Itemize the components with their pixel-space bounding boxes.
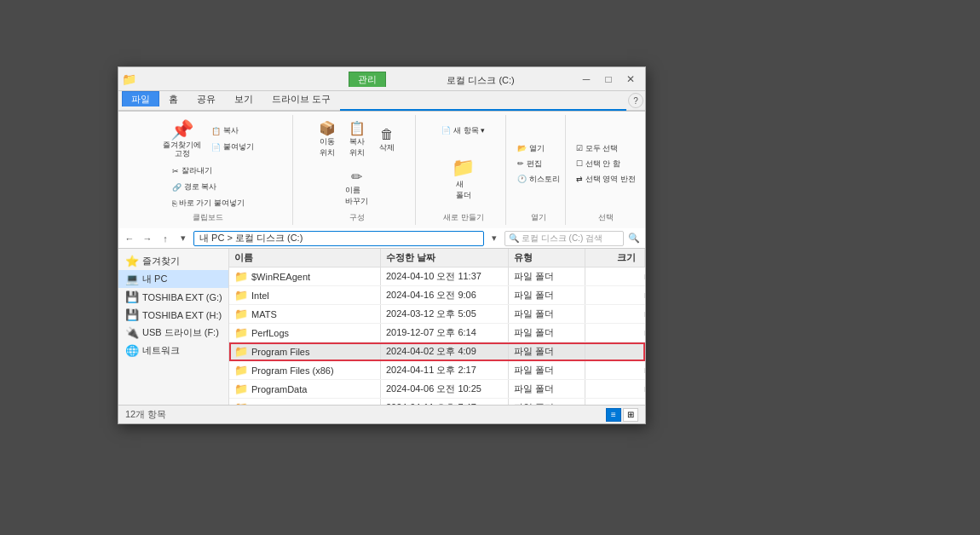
drive-h-icon: 💾	[125, 308, 139, 321]
maximize-button[interactable]: □	[597, 71, 620, 88]
delete-button[interactable]: 🗑 삭제	[373, 124, 401, 156]
table-row[interactable]: 📁Program Files (x86) 2024-04-11 오후 2:17 …	[229, 361, 645, 380]
search-box[interactable]: 🔍 로컬 디스크 (C:) 검색	[504, 231, 624, 246]
open-icon: 📂	[517, 144, 527, 152]
item-count: 12개 항목	[125, 408, 166, 421]
view-toggle: ≡ ⊞	[606, 408, 638, 422]
table-row[interactable]: 📁$WinREAgent 2024-04-10 오전 11:37 파일 폴더	[229, 268, 645, 286]
copy-path-button[interactable]: 🔗 경로 복사	[169, 180, 248, 194]
tiles-view-button[interactable]: ⊞	[623, 408, 638, 422]
cut-button[interactable]: ✂ 잘라내기	[169, 164, 248, 178]
title-bar: 📁 관리 로컬 디스크 (C:) ─ □ ✕	[118, 67, 645, 91]
paste-shortcut-label: 바로 가기 붙여넣기	[179, 198, 245, 209]
select-all-button[interactable]: ☑ 모두 선택	[573, 141, 639, 156]
copy-to-button[interactable]: 📋 복사위치	[343, 118, 371, 161]
delete-icon: 🗑	[380, 126, 394, 142]
minimize-button[interactable]: ─	[575, 71, 597, 88]
sidebar-item-favorites[interactable]: ⭐ 즐겨찾기	[118, 252, 228, 270]
new-group: 📄 새 항목 ▾ 📁 새폴더 새로 만들기	[421, 115, 506, 225]
help-button[interactable]: ?	[628, 93, 643, 108]
paste-shortcut-button[interactable]: ⎘ 바로 가기 붙여넣기	[169, 196, 248, 210]
up-button[interactable]: ↑	[158, 231, 173, 246]
sidebar-item-toshiba-g[interactable]: 💾 TOSHIBA EXT (G:)	[118, 288, 228, 306]
invert-icon: ⇄	[576, 175, 583, 183]
col-type-header[interactable]: 유형	[509, 249, 585, 267]
tab-view[interactable]: 보기	[225, 91, 262, 106]
move-to-label: 이동위치	[320, 136, 335, 158]
paste-button[interactable]: 📄 붙여넣기	[208, 140, 257, 154]
tab-home[interactable]: 홈	[159, 91, 187, 106]
file-type-cell: 파일 폴더	[509, 380, 585, 398]
move-to-button[interactable]: 📦 이동위치	[314, 118, 341, 161]
file-date-cell: 2024-04-16 오전 9:06	[381, 286, 509, 304]
tab-drive-tools[interactable]: 드라이브 도구	[262, 91, 340, 106]
history-label: 히스토리	[529, 174, 560, 185]
select-none-icon: ☐	[576, 159, 583, 168]
organize-group: 📦 이동위치 📋 복사위치 🗑 삭제 ✏ 이름바꾸기 구성	[298, 115, 416, 225]
table-row[interactable]: 📁Temp 2024-04-11 오후 7:47 파일 폴더	[229, 399, 645, 405]
select-none-button[interactable]: ☐ 선택 안 함	[573, 157, 639, 171]
recent-button[interactable]: ▾	[176, 231, 191, 246]
usb-label: USB 드라이브 (F:)	[142, 326, 219, 339]
sidebar-item-toshiba-h[interactable]: 💾 TOSHIBA EXT (H:)	[118, 306, 228, 324]
file-icon: 📁	[234, 326, 248, 339]
sidebar-item-mypc[interactable]: 💻 내 PC	[118, 270, 228, 288]
table-row[interactable]: 📁Program Files 2024-04-02 오후 4:09 파일 폴더	[229, 342, 645, 361]
edit-button[interactable]: ✏ 편집	[514, 157, 563, 171]
ribbon-content: 📌 즐겨찾기에고정 📋 복사 📄 붙여넣기 ✂	[118, 111, 645, 228]
tab-file[interactable]: 파일	[122, 91, 159, 106]
rename-button[interactable]: ✏ 이름바꾸기	[341, 166, 372, 210]
file-name-cell: 📁Intel	[229, 286, 381, 304]
sidebar-item-network[interactable]: 🌐 네트워크	[118, 342, 228, 360]
invert-label: 선택 영역 반전	[585, 174, 636, 185]
search-icon: 🔍	[509, 233, 519, 243]
col-size-header[interactable]: 크기	[585, 249, 645, 267]
col-date-header[interactable]: 수정한 날짜	[381, 249, 509, 267]
address-dropdown[interactable]: ▾	[487, 231, 502, 246]
table-row[interactable]: 📁Intel 2024-04-16 오전 9:06 파일 폴더	[229, 286, 645, 305]
table-row[interactable]: 📁ProgramData 2024-04-06 오전 10:25 파일 폴더	[229, 380, 645, 399]
tab-share[interactable]: 공유	[187, 91, 225, 106]
history-icon: 🕐	[517, 175, 527, 183]
new-item-button[interactable]: 📄 새 항목 ▾	[438, 124, 488, 138]
sidebar-item-usb[interactable]: 🔌 USB 드라이브 (F:)	[118, 324, 228, 342]
file-name-cell: 📁PerfLogs	[229, 324, 381, 342]
pin-to-favorites-button[interactable]: 📌 즐겨찾기에고정	[159, 117, 205, 161]
new-folder-button[interactable]: 📁 새폴더	[447, 154, 479, 204]
file-size-cell	[585, 368, 645, 373]
file-rows-container: 📁$WinREAgent 2024-04-10 오전 11:37 파일 폴더 📁…	[229, 268, 645, 405]
back-button[interactable]: ←	[122, 231, 137, 246]
copy-button[interactable]: 📋 복사	[208, 124, 257, 138]
network-icon: 🌐	[125, 344, 139, 357]
clipboard-buttons: 📌 즐겨찾기에고정 📋 복사 📄 붙여넣기 ✂	[129, 117, 287, 210]
file-icon: 📁	[234, 345, 248, 358]
rename-icon: ✏	[351, 169, 362, 185]
tab-manage[interactable]: 관리	[349, 72, 386, 87]
usb-icon: 🔌	[125, 326, 139, 339]
details-view-button[interactable]: ≡	[606, 408, 621, 422]
file-name-cell: 📁Program Files	[229, 342, 381, 360]
close-button[interactable]: ✕	[620, 71, 642, 88]
file-date-cell: 2024-04-02 오후 4:09	[381, 342, 509, 360]
open-button[interactable]: 📂 열기	[514, 141, 563, 156]
copy-path-icon: 🔗	[172, 183, 182, 192]
new-label: 새로 만들기	[443, 212, 484, 223]
organize-label: 구성	[349, 212, 365, 223]
search-button[interactable]: 🔍	[626, 231, 642, 246]
file-size-cell	[585, 293, 645, 298]
address-path[interactable]: 내 PC > 로컬 디스크 (C:)	[193, 231, 484, 246]
file-icon: 📁	[234, 364, 248, 377]
col-name-header[interactable]: 이름	[229, 249, 381, 267]
invert-selection-button[interactable]: ⇄ 선택 영역 반전	[573, 172, 639, 187]
copy-to-icon: 📋	[349, 120, 366, 136]
copy-path-label: 경로 복사	[184, 181, 217, 193]
select-none-label: 선택 안 함	[585, 158, 620, 170]
new-folder-label: 새폴더	[456, 179, 471, 201]
table-row[interactable]: 📁PerfLogs 2019-12-07 오후 6:14 파일 폴더	[229, 324, 645, 342]
history-button[interactable]: 🕐 히스토리	[514, 172, 563, 187]
table-row[interactable]: 📁MATS 2024-03-12 오후 5:05 파일 폴더	[229, 305, 645, 324]
open-label: 열기	[531, 212, 546, 223]
select-all-label: 모두 선택	[585, 143, 619, 154]
file-type-cell: 파일 폴더	[509, 324, 585, 342]
forward-button[interactable]: →	[140, 231, 155, 246]
